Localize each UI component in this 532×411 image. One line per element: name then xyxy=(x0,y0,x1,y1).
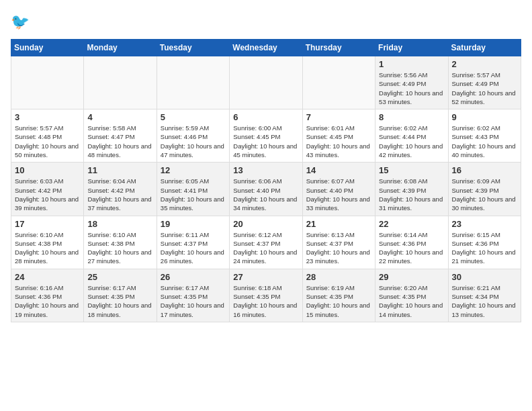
day-number: 3 xyxy=(15,112,80,122)
day-number: 25 xyxy=(87,272,152,282)
day-number: 24 xyxy=(15,272,80,282)
day-number: 5 xyxy=(161,112,226,122)
day-info: Sunrise: 6:19 AM Sunset: 4:35 PM Dayligh… xyxy=(306,283,371,319)
calendar-cell: 1Sunrise: 5:56 AM Sunset: 4:49 PM Daylig… xyxy=(375,56,448,109)
day-info: Sunrise: 5:58 AM Sunset: 4:47 PM Dayligh… xyxy=(87,124,152,159)
day-number: 30 xyxy=(452,272,517,282)
svg-text:🐦: 🐦 xyxy=(11,13,30,31)
day-info: Sunrise: 5:59 AM Sunset: 4:46 PM Dayligh… xyxy=(161,124,226,159)
calendar-cell: 15Sunrise: 6:08 AM Sunset: 4:39 PM Dayli… xyxy=(375,163,448,216)
day-info: Sunrise: 6:16 AM Sunset: 4:36 PM Dayligh… xyxy=(15,283,80,319)
day-info: Sunrise: 6:12 AM Sunset: 4:37 PM Dayligh… xyxy=(233,230,298,266)
calendar-cell xyxy=(11,56,84,109)
calendar-cell xyxy=(157,56,229,109)
day-number: 6 xyxy=(233,112,298,122)
calendar-week-row: 3Sunrise: 5:57 AM Sunset: 4:48 PM Daylig… xyxy=(11,109,521,163)
calendar-cell: 10Sunrise: 6:03 AM Sunset: 4:42 PM Dayli… xyxy=(11,163,84,216)
day-info: Sunrise: 6:08 AM Sunset: 4:39 PM Dayligh… xyxy=(379,177,444,212)
calendar-cell: 12Sunrise: 6:05 AM Sunset: 4:41 PM Dayli… xyxy=(157,163,229,216)
calendar-cell xyxy=(84,56,157,109)
calendar-table: SundayMondayTuesdayWednesdayThursdayFrid… xyxy=(11,39,521,322)
calendar-cell: 30Sunrise: 6:21 AM Sunset: 4:34 PM Dayli… xyxy=(448,269,521,322)
calendar-cell: 21Sunrise: 6:13 AM Sunset: 4:37 PM Dayli… xyxy=(302,216,375,269)
calendar-cell: 19Sunrise: 6:11 AM Sunset: 4:37 PM Dayli… xyxy=(157,216,229,269)
calendar-week-row: 10Sunrise: 6:03 AM Sunset: 4:42 PM Dayli… xyxy=(11,163,521,216)
calendar-cell: 6Sunrise: 6:00 AM Sunset: 4:45 PM Daylig… xyxy=(230,109,302,163)
day-number: 1 xyxy=(379,59,444,69)
day-info: Sunrise: 6:05 AM Sunset: 4:41 PM Dayligh… xyxy=(161,177,226,212)
calendar-cell: 14Sunrise: 6:07 AM Sunset: 4:40 PM Dayli… xyxy=(302,163,375,216)
day-info: Sunrise: 6:17 AM Sunset: 4:35 PM Dayligh… xyxy=(87,283,152,319)
day-info: Sunrise: 6:07 AM Sunset: 4:40 PM Dayligh… xyxy=(306,177,371,212)
calendar-cell: 2Sunrise: 5:57 AM Sunset: 4:49 PM Daylig… xyxy=(448,56,521,109)
day-info: Sunrise: 6:00 AM Sunset: 4:45 PM Dayligh… xyxy=(233,124,298,159)
calendar-cell: 7Sunrise: 6:01 AM Sunset: 4:45 PM Daylig… xyxy=(302,109,375,163)
day-info: Sunrise: 6:15 AM Sunset: 4:36 PM Dayligh… xyxy=(452,230,517,266)
calendar-cell: 24Sunrise: 6:16 AM Sunset: 4:36 PM Dayli… xyxy=(11,269,84,322)
day-number: 29 xyxy=(379,272,444,282)
day-number: 28 xyxy=(306,272,371,282)
day-number: 18 xyxy=(87,219,152,229)
calendar-cell: 26Sunrise: 6:17 AM Sunset: 4:35 PM Dayli… xyxy=(157,269,229,322)
weekday-header: Monday xyxy=(84,40,157,56)
day-info: Sunrise: 6:20 AM Sunset: 4:35 PM Dayligh… xyxy=(379,283,444,319)
day-number: 7 xyxy=(306,112,371,122)
calendar-cell: 9Sunrise: 6:02 AM Sunset: 4:43 PM Daylig… xyxy=(448,109,521,163)
day-number: 4 xyxy=(87,112,152,122)
calendar-body: 1Sunrise: 5:56 AM Sunset: 4:49 PM Daylig… xyxy=(11,56,521,322)
day-number: 19 xyxy=(161,219,226,229)
calendar-cell: 3Sunrise: 5:57 AM Sunset: 4:48 PM Daylig… xyxy=(11,109,84,163)
day-info: Sunrise: 6:11 AM Sunset: 4:37 PM Dayligh… xyxy=(161,230,226,266)
day-number: 13 xyxy=(233,165,298,175)
calendar-cell: 8Sunrise: 6:02 AM Sunset: 4:44 PM Daylig… xyxy=(375,109,448,163)
calendar-cell: 22Sunrise: 6:14 AM Sunset: 4:36 PM Dayli… xyxy=(375,216,448,269)
calendar-cell: 16Sunrise: 6:09 AM Sunset: 4:39 PM Dayli… xyxy=(448,163,521,216)
calendar-header-row: SundayMondayTuesdayWednesdayThursdayFrid… xyxy=(11,40,521,56)
calendar-cell: 28Sunrise: 6:19 AM Sunset: 4:35 PM Dayli… xyxy=(302,269,375,322)
weekday-header: Saturday xyxy=(448,40,521,56)
calendar-cell xyxy=(230,56,302,109)
calendar-cell: 25Sunrise: 6:17 AM Sunset: 4:35 PM Dayli… xyxy=(84,269,157,322)
day-number: 14 xyxy=(306,165,371,175)
weekday-header: Tuesday xyxy=(157,40,229,56)
day-info: Sunrise: 6:01 AM Sunset: 4:45 PM Dayligh… xyxy=(306,124,371,159)
day-info: Sunrise: 5:57 AM Sunset: 4:49 PM Dayligh… xyxy=(452,71,517,106)
day-number: 26 xyxy=(161,272,226,282)
weekday-header: Wednesday xyxy=(230,40,302,56)
calendar-week-row: 1Sunrise: 5:56 AM Sunset: 4:49 PM Daylig… xyxy=(11,56,521,109)
day-info: Sunrise: 5:56 AM Sunset: 4:49 PM Dayligh… xyxy=(379,71,444,106)
calendar-cell: 4Sunrise: 5:58 AM Sunset: 4:47 PM Daylig… xyxy=(84,109,157,163)
calendar-cell: 11Sunrise: 6:04 AM Sunset: 4:42 PM Dayli… xyxy=(84,163,157,216)
day-info: Sunrise: 6:17 AM Sunset: 4:35 PM Dayligh… xyxy=(161,283,226,319)
day-info: Sunrise: 6:02 AM Sunset: 4:43 PM Dayligh… xyxy=(452,124,517,159)
calendar-week-row: 24Sunrise: 6:16 AM Sunset: 4:36 PM Dayli… xyxy=(11,269,521,322)
day-info: Sunrise: 5:57 AM Sunset: 4:48 PM Dayligh… xyxy=(15,124,80,159)
day-number: 16 xyxy=(452,165,517,175)
day-number: 9 xyxy=(452,112,517,122)
day-info: Sunrise: 6:09 AM Sunset: 4:39 PM Dayligh… xyxy=(452,177,517,212)
day-number: 11 xyxy=(87,165,152,175)
day-info: Sunrise: 6:06 AM Sunset: 4:40 PM Dayligh… xyxy=(233,177,298,212)
calendar-cell: 20Sunrise: 6:12 AM Sunset: 4:37 PM Dayli… xyxy=(230,216,302,269)
weekday-header: Friday xyxy=(375,40,448,56)
day-number: 27 xyxy=(233,272,298,282)
day-number: 8 xyxy=(379,112,444,122)
calendar-cell: 17Sunrise: 6:10 AM Sunset: 4:38 PM Dayli… xyxy=(11,216,84,269)
calendar-cell: 27Sunrise: 6:18 AM Sunset: 4:35 PM Dayli… xyxy=(230,269,302,322)
day-info: Sunrise: 6:03 AM Sunset: 4:42 PM Dayligh… xyxy=(15,177,80,212)
calendar-cell: 13Sunrise: 6:06 AM Sunset: 4:40 PM Dayli… xyxy=(230,163,302,216)
day-info: Sunrise: 6:18 AM Sunset: 4:35 PM Dayligh… xyxy=(233,283,298,319)
page-header: 🐦 xyxy=(11,11,521,32)
day-number: 10 xyxy=(15,165,80,175)
calendar-cell: 18Sunrise: 6:10 AM Sunset: 4:38 PM Dayli… xyxy=(84,216,157,269)
day-info: Sunrise: 6:10 AM Sunset: 4:38 PM Dayligh… xyxy=(15,230,80,266)
calendar-cell: 29Sunrise: 6:20 AM Sunset: 4:35 PM Dayli… xyxy=(375,269,448,322)
calendar-cell: 23Sunrise: 6:15 AM Sunset: 4:36 PM Dayli… xyxy=(448,216,521,269)
calendar-cell: 5Sunrise: 5:59 AM Sunset: 4:46 PM Daylig… xyxy=(157,109,229,163)
day-info: Sunrise: 6:10 AM Sunset: 4:38 PM Dayligh… xyxy=(87,230,152,266)
day-info: Sunrise: 6:14 AM Sunset: 4:36 PM Dayligh… xyxy=(379,230,444,266)
day-info: Sunrise: 6:04 AM Sunset: 4:42 PM Dayligh… xyxy=(87,177,152,212)
day-info: Sunrise: 6:21 AM Sunset: 4:34 PM Dayligh… xyxy=(452,283,517,319)
day-number: 23 xyxy=(452,219,517,229)
day-number: 20 xyxy=(233,219,298,229)
